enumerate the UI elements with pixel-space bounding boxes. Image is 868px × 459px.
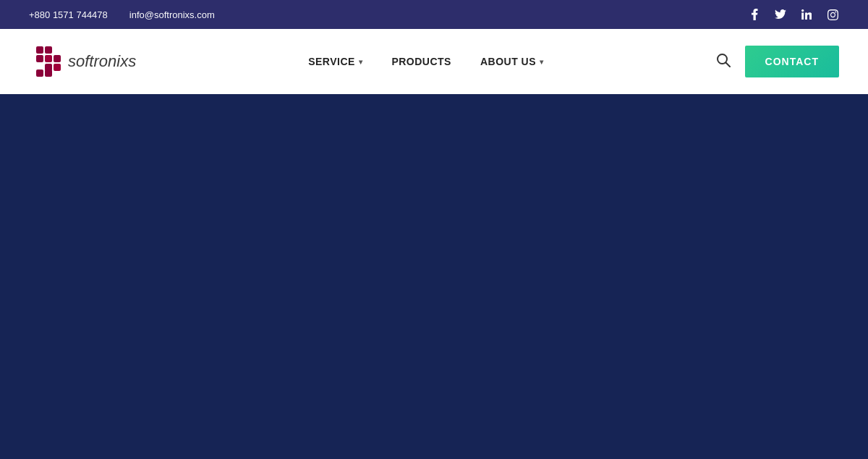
svg-rect-3 (45, 55, 52, 62)
contact-button[interactable]: CONTACT (745, 46, 839, 77)
about-us-chevron-icon: ▾ (540, 58, 544, 66)
twitter-icon[interactable] (774, 8, 787, 21)
instagram-icon[interactable] (826, 8, 839, 21)
phone-number: +880 1571 744478 (29, 9, 108, 20)
linkedin-icon[interactable] (800, 8, 813, 21)
svg-rect-2 (36, 55, 43, 62)
nav-products[interactable]: PRODUCTS (391, 56, 451, 67)
service-label: SERVICE (308, 56, 355, 67)
nav-right: CONTACT (716, 46, 839, 77)
search-icon (716, 53, 731, 67)
about-us-label: ABOUT US (480, 56, 536, 67)
navbar: softronixs SERVICE ▾ PRODUCTS ABOUT US ▾… (0, 29, 868, 94)
nav-about-us[interactable]: ABOUT US ▾ (480, 56, 544, 67)
products-label: PRODUCTS (391, 56, 451, 67)
nav-service[interactable]: SERVICE ▾ (308, 56, 362, 67)
social-links (748, 8, 839, 21)
hero-section (0, 94, 868, 459)
svg-rect-4 (54, 55, 61, 62)
email-address: info@softronixs.com (129, 9, 215, 20)
logo-text: softronixs (68, 52, 136, 71)
svg-rect-0 (36, 46, 43, 54)
svg-rect-1 (45, 46, 52, 54)
svg-rect-6 (54, 64, 61, 71)
svg-line-10 (726, 62, 730, 67)
facebook-icon[interactable] (748, 8, 761, 21)
search-button[interactable] (716, 53, 731, 71)
top-bar: +880 1571 744478 info@softronixs.com (0, 0, 868, 29)
svg-rect-7 (36, 70, 43, 77)
service-chevron-icon: ▾ (359, 58, 363, 66)
logo[interactable]: softronixs (29, 43, 136, 80)
svg-rect-8 (45, 70, 52, 77)
nav-links: SERVICE ▾ PRODUCTS ABOUT US ▾ (308, 56, 543, 67)
top-bar-contact: +880 1571 744478 info@softronixs.com (29, 9, 215, 20)
